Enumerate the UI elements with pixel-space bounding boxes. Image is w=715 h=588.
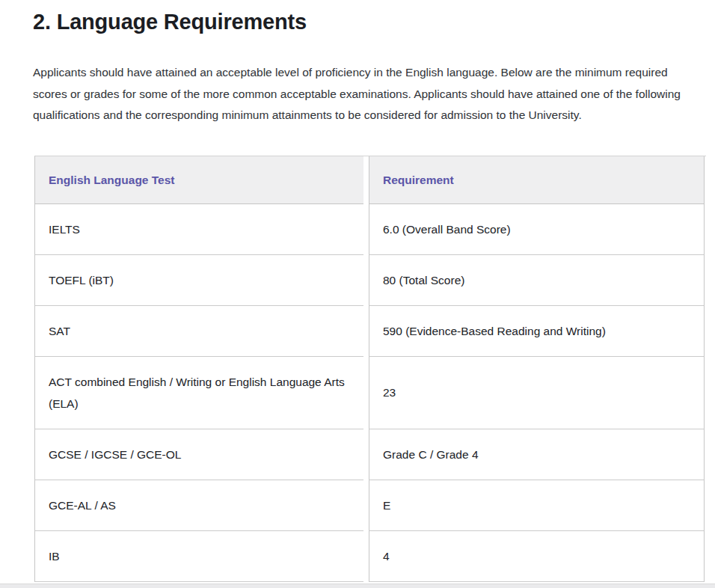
table-cell-test: GCE-AL / AS — [34, 480, 363, 531]
table-cell-requirement: 23 — [369, 357, 705, 429]
table-cell-test: IB — [34, 531, 363, 582]
table-cell-requirement: 590 (Evidence-Based Reading and Writing) — [369, 306, 705, 357]
table-cell-test: TOEFL (iBT) — [34, 255, 363, 306]
table-header-requirement: Requirement — [369, 156, 705, 204]
table-cell-requirement: 6.0 (Overall Band Score) — [369, 204, 705, 255]
table-cell-requirement: E — [369, 480, 705, 531]
table-header-test: English Language Test — [34, 156, 363, 204]
horizontal-scrollbar[interactable] — [0, 584, 715, 588]
language-requirements-table: English Language Test Requirement IELTS … — [34, 156, 706, 582]
table-cell-test: SAT — [34, 306, 363, 357]
content-area: 2. Language Requirements Applicants shou… — [0, 0, 715, 582]
section-heading: 2. Language Requirements — [33, 9, 697, 34]
table-cell-requirement: 4 — [369, 531, 705, 582]
table-cell-requirement: Grade C / Grade 4 — [369, 429, 705, 480]
page: 2. Language Requirements Applicants shou… — [0, 0, 715, 588]
intro-paragraph: Applicants should have attained an accep… — [33, 62, 700, 126]
table-cell-requirement: 80 (Total Score) — [369, 255, 705, 306]
table-cell-test: IELTS — [34, 204, 363, 255]
table-cell-test: GCSE / IGCSE / GCE-OL — [34, 429, 363, 480]
table-cell-test: ACT combined English / Writing or Englis… — [34, 357, 363, 429]
